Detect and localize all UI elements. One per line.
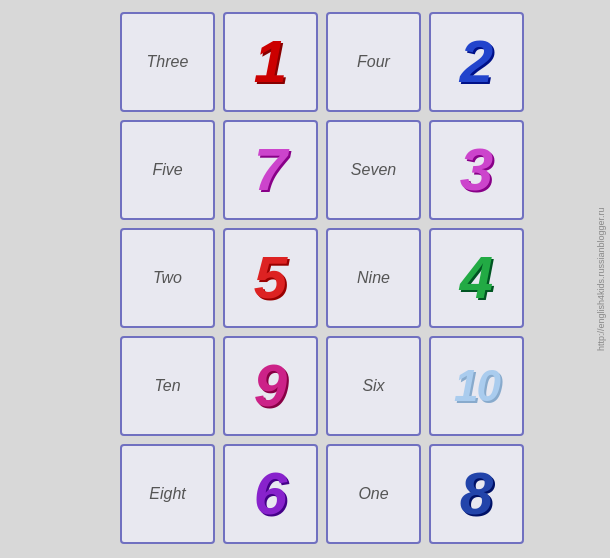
word-label: Five	[152, 161, 182, 179]
number-display: 6	[254, 464, 287, 524]
word-card: Seven	[326, 120, 421, 220]
number-card: 2	[429, 12, 524, 112]
number-card: 5	[223, 228, 318, 328]
number-card: 6	[223, 444, 318, 544]
word-label: Eight	[149, 485, 185, 503]
word-card: Three	[120, 12, 215, 112]
number-card: 7	[223, 120, 318, 220]
word-card: Ten	[120, 336, 215, 436]
word-card: Four	[326, 12, 421, 112]
word-card: Five	[120, 120, 215, 220]
word-label: Two	[153, 269, 182, 287]
word-label: One	[358, 485, 388, 503]
number-display: 3	[460, 140, 493, 200]
word-label: Seven	[351, 161, 396, 179]
number-card: 4	[429, 228, 524, 328]
word-card: One	[326, 444, 421, 544]
card-grid: Three1Four2Five7Seven3Two5Nine4Ten9Six10…	[0, 0, 610, 556]
word-card: Six	[326, 336, 421, 436]
number-display: 10	[454, 364, 499, 408]
number-display: 1	[254, 32, 287, 92]
word-label: Ten	[154, 377, 180, 395]
number-display: 8	[460, 464, 493, 524]
number-display: 7	[254, 140, 287, 200]
word-label: Three	[147, 53, 189, 71]
number-card: 8	[429, 444, 524, 544]
number-display: 4	[460, 248, 493, 308]
number-display: 5	[254, 248, 287, 308]
word-label: Nine	[357, 269, 390, 287]
number-card: 1	[223, 12, 318, 112]
word-card: Two	[120, 228, 215, 328]
watermark: http://english4kids.russianblogger.ru	[596, 0, 606, 558]
word-label: Six	[362, 377, 384, 395]
word-label: Four	[357, 53, 390, 71]
number-card: 9	[223, 336, 318, 436]
number-display: 9	[254, 356, 287, 416]
word-card: Nine	[326, 228, 421, 328]
number-card: 10	[429, 336, 524, 436]
number-display: 2	[460, 32, 493, 92]
word-card: Eight	[120, 444, 215, 544]
number-card: 3	[429, 120, 524, 220]
